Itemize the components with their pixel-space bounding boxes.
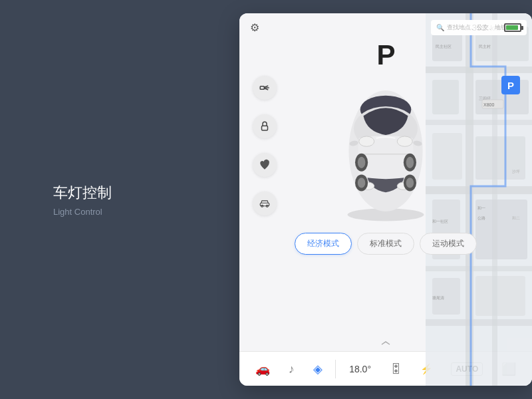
lock-button[interactable] (253, 114, 277, 138)
car-illustration (332, 74, 439, 227)
left-panel: 车灯控制 Light Control (0, 0, 239, 399)
svg-line-32 (264, 88, 268, 90)
nav-divider-1 (335, 360, 336, 378)
svg-line-31 (264, 86, 268, 87)
svg-point-43 (397, 136, 412, 146)
car-area: P (239, 39, 532, 351)
svg-point-42 (359, 136, 374, 146)
standard-mode-button[interactable]: 标准模式 (357, 233, 414, 255)
steering-nav-icon: 🎛 (390, 363, 402, 375)
headlights-button[interactable] (253, 76, 277, 100)
eco-mode-button[interactable]: 经济模式 (295, 233, 352, 255)
svg-rect-30 (260, 86, 264, 90)
nav-nav-icon: ◈ (313, 363, 323, 375)
svg-point-50 (358, 157, 366, 168)
temp-value: 18.0° (349, 364, 371, 374)
search-placeholder: 查找地点、公交、地铁 (447, 23, 507, 32)
nav-music[interactable]: ♪ (283, 360, 300, 378)
title-english: Light Control (53, 207, 239, 217)
heart-button[interactable] (253, 153, 277, 177)
main-card: 民主社区 民主村 三闾仔 和一社区 和一 公路 塘尾清 X800 TLA R 沙… (239, 13, 532, 386)
sport-mode-button[interactable]: 运动模式 (420, 233, 477, 255)
controls-left (253, 76, 277, 215)
battery-icon (504, 23, 521, 32)
svg-point-56 (406, 178, 414, 188)
search-icon: 🔍 (436, 24, 444, 31)
svg-point-52 (406, 157, 414, 168)
chevron-up[interactable] (380, 340, 391, 347)
settings-icon[interactable]: ⚙ (250, 21, 259, 34)
title-chinese: 车灯控制 (53, 183, 239, 203)
nav-temp[interactable]: 18.0° (344, 361, 376, 377)
mode-buttons: 经济模式 标准模式 运动模式 (295, 233, 477, 255)
park-label: P (376, 39, 394, 71)
svg-point-54 (358, 178, 366, 188)
car-small-button[interactable] (253, 192, 277, 215)
car-nav-icon: 🚗 (255, 363, 270, 375)
svg-rect-34 (262, 126, 268, 130)
nav-steering[interactable]: 🎛 (384, 360, 407, 378)
nav-navigation[interactable]: ◈ (308, 360, 328, 378)
nav-car[interactable]: 🚗 (250, 360, 275, 378)
music-nav-icon: ♪ (289, 363, 295, 375)
park-badge: P (501, 76, 520, 94)
